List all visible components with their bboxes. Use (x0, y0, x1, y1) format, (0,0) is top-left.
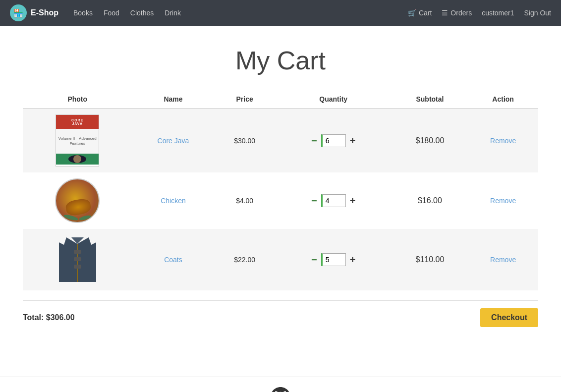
orders-icon: ☰ (442, 9, 448, 17)
signout-link[interactable]: Sign Out (524, 9, 551, 17)
product-price: $30.00 (214, 109, 275, 173)
product-price: $4.00 (214, 172, 275, 229)
product-photo (23, 172, 132, 229)
orders-link[interactable]: ☰ Orders (442, 9, 472, 17)
svg-rect-0 (74, 250, 81, 254)
col-quantity: Quantity (275, 90, 392, 109)
svg-rect-2 (74, 265, 81, 269)
col-price: Price (214, 90, 275, 109)
qty-plus-button[interactable]: + (348, 255, 358, 265)
qty-input[interactable] (321, 134, 346, 147)
product-quantity: − + (275, 109, 392, 173)
main-content: My Cart Photo Name Price Quantity Subtot… (8, 26, 553, 362)
product-action: Remove (468, 109, 538, 173)
page-title: My Cart (23, 46, 538, 75)
remove-link[interactable]: Remove (490, 137, 516, 145)
product-quantity: − + (275, 229, 392, 290)
remove-link[interactable]: Remove (490, 256, 516, 264)
col-photo: Photo (23, 90, 132, 109)
qty-input[interactable] (321, 253, 346, 266)
product-link[interactable]: Coats (164, 256, 182, 264)
product-price: $22.00 (214, 229, 275, 290)
site-footer (0, 377, 561, 392)
table-row: COREJAVA Volume II—Advanced Features Cor… (23, 109, 538, 173)
col-subtotal: Subtotal (392, 90, 468, 109)
svg-rect-1 (74, 257, 81, 261)
table-header-row: Photo Name Price Quantity Subtotal Actio… (23, 90, 538, 109)
qty-control: − + (279, 253, 388, 266)
cart-table: Photo Name Price Quantity Subtotal Actio… (23, 90, 538, 290)
cart-label: Cart (419, 9, 432, 17)
nav-food[interactable]: Food (104, 9, 119, 17)
qty-minus-button[interactable]: − (309, 255, 319, 265)
user-link[interactable]: customer1 (482, 9, 514, 17)
brand-name: E-Shop (31, 8, 58, 17)
brand: 🏪 E-Shop (10, 4, 58, 21)
product-photo: COREJAVA Volume II—Advanced Features (23, 109, 132, 173)
cart-icon: 🛒 (408, 9, 416, 17)
qty-control: − + (279, 194, 388, 207)
product-subtotal: $16.00 (392, 172, 468, 229)
col-name: Name (132, 90, 214, 109)
cart-footer: Total: $306.00 Checkout (23, 300, 538, 332)
col-action: Action (468, 90, 538, 109)
product-action: Remove (468, 172, 538, 229)
table-row: Coats $22.00 − + $110.00 Remove (23, 229, 538, 290)
total-label: Total: (23, 313, 44, 322)
total-value: $306.00 (46, 313, 75, 322)
product-name: Chicken (132, 172, 214, 229)
product-photo (23, 229, 132, 290)
qty-plus-button[interactable]: + (348, 196, 358, 206)
product-name: Core Java (132, 109, 214, 173)
qty-input[interactable] (321, 194, 346, 207)
remove-link[interactable]: Remove (490, 197, 516, 205)
product-quantity: − + (275, 172, 392, 229)
product-name: Coats (132, 229, 214, 290)
orders-label: Orders (450, 9, 472, 17)
nav-right: 🛒 Cart ☰ Orders customer1 Sign Out (408, 9, 551, 17)
table-row: Chicken $4.00 − + $16.00 Remove (23, 172, 538, 229)
product-subtotal: $180.00 (392, 109, 468, 173)
product-link[interactable]: Core Java (158, 137, 189, 145)
checkout-button[interactable]: Checkout (480, 308, 538, 327)
github-icon (271, 387, 290, 392)
product-link[interactable]: Chicken (161, 197, 186, 205)
total-display: Total: $306.00 (23, 313, 75, 322)
brand-icon: 🏪 (10, 4, 27, 21)
qty-minus-button[interactable]: − (309, 136, 319, 146)
nav-drink[interactable]: Drink (165, 9, 181, 17)
product-action: Remove (468, 229, 538, 290)
nav-books[interactable]: Books (73, 9, 93, 17)
nav-links: Books Food Clothes Drink (73, 9, 408, 17)
qty-plus-button[interactable]: + (348, 136, 358, 146)
cart-link[interactable]: 🛒 Cart (408, 9, 432, 17)
qty-control: − + (279, 134, 388, 147)
navbar: 🏪 E-Shop Books Food Clothes Drink 🛒 Cart… (0, 0, 561, 26)
nav-clothes[interactable]: Clothes (130, 9, 154, 17)
qty-minus-button[interactable]: − (309, 196, 319, 206)
product-subtotal: $110.00 (392, 229, 468, 290)
